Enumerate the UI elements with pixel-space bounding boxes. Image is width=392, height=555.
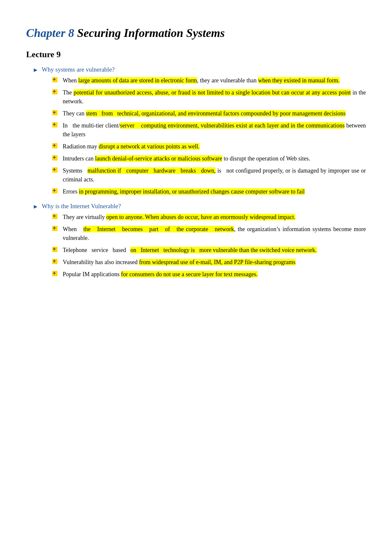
sub-text: Telephone service based on Internet tech… (63, 246, 366, 255)
list-item: Intruders can launch denial-of-service a… (52, 154, 366, 163)
sub-text: Errors in programming, improper installa… (63, 187, 366, 196)
sub-text: The potential for unauthorized access, a… (63, 88, 366, 106)
sub-text: Vulnerability has also increased from wi… (63, 258, 366, 267)
list-item: When the Internet becomes part of the co… (52, 225, 366, 243)
list-item: Systems malfunction if computer hardware… (52, 166, 366, 184)
sub-text: Systems malfunction if computer hardware… (63, 166, 366, 184)
list-item: They are virtually open to anyone. When … (52, 213, 366, 222)
sub-text: They are virtually open to anyone. When … (63, 213, 366, 222)
section-item-2: ► Why is the Internet Vulnerable? (33, 203, 366, 210)
sub-list-2: They are virtually open to anyone. When … (52, 213, 366, 279)
sub-text: Popular IM applications for consumers do… (63, 270, 366, 279)
sub-text: They can stem from technical, organizati… (63, 109, 366, 118)
chapter-label: Chapter 8 (26, 26, 74, 40)
arrow-icon-2: ► (33, 203, 39, 210)
section-item-1: ► Why systems are vulnerable? (33, 66, 366, 74)
page-container: Chapter 8 Securing Information Systems L… (26, 26, 366, 279)
arrow-icon-1: ► (33, 67, 39, 74)
list-item: When large amounts of data are stored in… (52, 76, 366, 85)
lecture-heading: Lecture 9 (26, 50, 366, 59)
section-2-label: Why is the Internet Vulnerable? (42, 203, 121, 210)
sub-text: In the multi-tier client/server computin… (63, 121, 366, 139)
list-item: Telephone service based on Internet tech… (52, 246, 366, 255)
title-rest: Securing Information Systems (74, 26, 225, 40)
sub-text: When the Internet becomes part of the co… (63, 225, 366, 243)
list-item: They can stem from technical, organizati… (52, 109, 366, 118)
section-list: ► Why systems are vulnerable? When large… (33, 66, 366, 279)
list-item: Radiation may disrupt a network at vario… (52, 142, 366, 151)
list-item: Errors in programming, improper installa… (52, 187, 366, 196)
sub-list-1: When large amounts of data are stored in… (52, 76, 366, 196)
section-1-label: Why systems are vulnerable? (42, 66, 115, 73)
list-item: The potential for unauthorized access, a… (52, 88, 366, 106)
list-item: Popular IM applications for consumers do… (52, 270, 366, 279)
sub-text: When large amounts of data are stored in… (63, 76, 366, 85)
sub-text: Radiation may disrupt a network at vario… (63, 142, 366, 151)
sub-text: Intruders can launch denial-of-service a… (63, 154, 366, 163)
page-title: Chapter 8 Securing Information Systems (26, 26, 366, 40)
list-item: In the multi-tier client/server computin… (52, 121, 366, 139)
list-item: Vulnerability has also increased from wi… (52, 258, 366, 267)
